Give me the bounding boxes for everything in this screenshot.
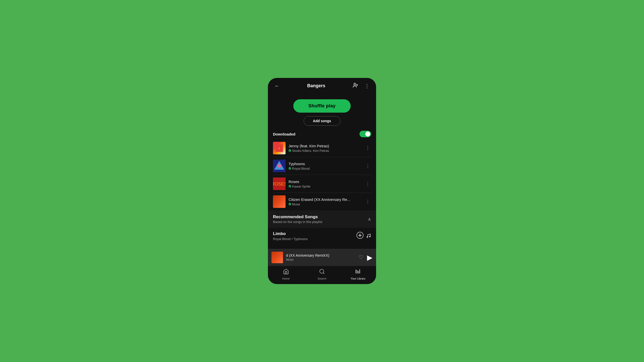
song-more-button[interactable]: ⋮ bbox=[365, 144, 371, 152]
song-artwork-typhoons bbox=[273, 160, 286, 172]
limbo-note-icon bbox=[366, 233, 371, 239]
add-songs-section: Add songs bbox=[268, 116, 376, 131]
downloaded-toggle[interactable] bbox=[359, 131, 371, 137]
song-artist: Muse bbox=[289, 202, 361, 206]
limbo-song-item[interactable]: Limbo Royal Blood • Typhoons bbox=[268, 228, 376, 244]
song-item-typhoons[interactable]: Typhoons Royal Blood ⋮ bbox=[268, 157, 376, 175]
song-item-citizen[interactable]: Citizen Erased (XX Anniversary Re... Mus… bbox=[268, 193, 376, 210]
like-button[interactable]: ♡ bbox=[358, 254, 364, 261]
downloaded-indicator bbox=[289, 167, 291, 170]
svg-point-14 bbox=[369, 236, 370, 237]
song-artwork-roses: ROSES bbox=[273, 177, 286, 190]
song-artwork-jenny: ♪ bbox=[273, 142, 286, 154]
svg-point-7 bbox=[277, 164, 281, 168]
artist-name: Muse bbox=[292, 202, 300, 206]
song-title: Citizen Erased (XX Anniversary Re... bbox=[289, 197, 361, 202]
song-info-jenny: Jenny (feat. Kim Petras) Studio Killers,… bbox=[289, 144, 361, 153]
downloaded-indicator bbox=[289, 149, 291, 152]
svg-text:ROSES: ROSES bbox=[273, 182, 286, 187]
song-title: Roses bbox=[289, 179, 361, 184]
limbo-actions bbox=[356, 232, 371, 240]
artist-name: Royal Blood bbox=[292, 167, 310, 170]
song-artist: Royal Blood bbox=[289, 167, 361, 170]
header: ← Bangers ⋮ bbox=[268, 78, 376, 92]
song-artist: Kawai Sprite bbox=[289, 185, 361, 188]
now-playing-controls: ♡ ▶ bbox=[358, 253, 373, 262]
song-more-button[interactable]: ⋮ bbox=[365, 180, 371, 188]
downloaded-indicator bbox=[289, 185, 291, 188]
song-list: ♪ Jenny (feat. Kim Petras) Studio Killer… bbox=[268, 139, 376, 249]
now-playing-title: d (XX Anniversary RemiXX) bbox=[286, 253, 355, 257]
song-title: Typhoons bbox=[289, 162, 361, 166]
search-label: Search bbox=[318, 277, 327, 280]
artist-name: Studio Killers, Kim Petras bbox=[292, 149, 329, 153]
svg-text:♪: ♪ bbox=[278, 146, 280, 150]
song-item-roses[interactable]: ROSES Roses Kawai Sprite ⋮ bbox=[268, 175, 376, 193]
recommended-text: Recommended Songs Based on the songs in … bbox=[273, 214, 368, 224]
play-button[interactable]: ▶ bbox=[367, 253, 373, 262]
song-item-jenny[interactable]: ♪ Jenny (feat. Kim Petras) Studio Killer… bbox=[268, 139, 376, 157]
song-artist: Studio Killers, Kim Petras bbox=[289, 149, 361, 153]
song-info-roses: Roses Kawai Sprite bbox=[289, 179, 361, 188]
svg-line-16 bbox=[323, 273, 324, 274]
now-playing-artwork bbox=[271, 252, 283, 263]
home-label: Home bbox=[282, 277, 290, 280]
now-playing-info: d (XX Anniversary RemiXX) Muse bbox=[286, 253, 355, 261]
nav-home[interactable]: Home bbox=[268, 268, 304, 280]
shuffle-section: Shuffle play bbox=[268, 92, 376, 116]
shuffle-play-button[interactable]: Shuffle play bbox=[293, 99, 351, 113]
library-label: Your Library bbox=[351, 277, 366, 280]
now-playing-bar[interactable]: d (XX Anniversary RemiXX) Muse ♡ ▶ bbox=[268, 249, 376, 266]
library-icon bbox=[355, 268, 361, 276]
home-icon bbox=[283, 268, 289, 276]
recommended-collapse-button[interactable]: ∧ bbox=[368, 216, 371, 222]
downloaded-section: Downloaded bbox=[268, 131, 376, 139]
limbo-artist: Royal Blood • Typhoons bbox=[273, 237, 353, 241]
limbo-title: Limbo bbox=[273, 231, 353, 236]
song-more-button[interactable]: ⋮ bbox=[365, 162, 371, 170]
add-user-button[interactable] bbox=[351, 82, 359, 89]
add-to-playlist-button[interactable] bbox=[356, 232, 364, 240]
svg-point-0 bbox=[354, 83, 356, 85]
bottom-nav: Home Search Your Library bbox=[268, 266, 376, 284]
song-artwork-citizen bbox=[273, 195, 286, 208]
limbo-info: Limbo Royal Blood • Typhoons bbox=[273, 231, 353, 241]
song-more-button[interactable]: ⋮ bbox=[365, 198, 371, 205]
recommended-section: Recommended Songs Based on the songs in … bbox=[268, 210, 376, 228]
recommended-subtitle: Based on the songs in this playlist bbox=[273, 220, 368, 224]
back-button[interactable]: ← bbox=[273, 83, 281, 89]
more-options-button[interactable]: ⋮ bbox=[363, 83, 371, 89]
add-songs-button[interactable]: Add songs bbox=[304, 116, 340, 126]
nav-library[interactable]: Your Library bbox=[340, 268, 376, 280]
nav-search[interactable]: Search bbox=[304, 268, 340, 280]
artist-name: Kawai Sprite bbox=[292, 185, 310, 188]
svg-point-13 bbox=[367, 237, 368, 238]
now-playing-artist: Muse bbox=[286, 258, 355, 261]
downloaded-indicator bbox=[289, 203, 291, 205]
song-info-typhoons: Typhoons Royal Blood bbox=[289, 162, 361, 170]
page-title: Bangers bbox=[281, 83, 351, 88]
recommended-title: Recommended Songs bbox=[273, 214, 368, 219]
downloaded-label: Downloaded bbox=[273, 132, 295, 136]
song-info-citizen: Citizen Erased (XX Anniversary Re... Mus… bbox=[289, 197, 361, 206]
song-title: Jenny (feat. Kim Petras) bbox=[289, 144, 361, 148]
search-icon bbox=[319, 268, 325, 276]
